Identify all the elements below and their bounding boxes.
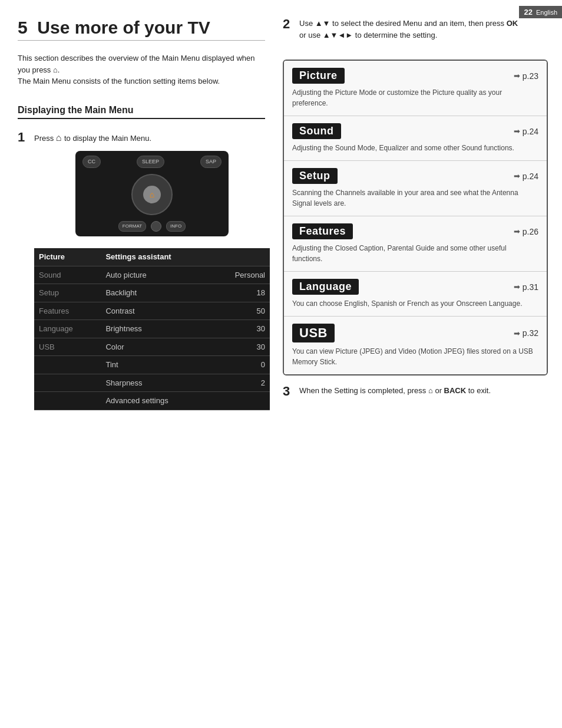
card-setup-title: Setup	[292, 168, 338, 184]
menu-row-language: Language Brightness 30	[34, 320, 270, 338]
card-picture-page: ➡ p.23	[514, 71, 538, 81]
card-usb-desc: You can view Picture (JPEG) and Video (M…	[292, 346, 538, 367]
card-picture-header: Picture ➡ p.23	[292, 68, 538, 84]
card-setup: Setup ➡ p.24 Scanning the Channels avail…	[284, 161, 547, 216]
step2-number: 2	[283, 18, 295, 31]
arrow-icon: ➡	[514, 282, 520, 291]
step1-number: 1	[18, 131, 29, 144]
menu-col-picture: Picture	[34, 248, 101, 266]
card-setup-header: Setup ➡ p.24	[292, 168, 538, 184]
card-sound-page: ➡ p.24	[514, 127, 538, 136]
menu-cards-container: Picture ➡ p.23 Adjusting the Picture Mod…	[283, 60, 548, 375]
remote-illustration: CC SLEEP SAP ⌂ FORMAT INFO	[75, 151, 229, 237]
card-features-title: Features	[292, 223, 353, 239]
menu-row-sound: Sound Auto picture Personal	[34, 266, 270, 284]
menu-row-usb: USB Color 30	[34, 338, 270, 356]
step3: 3 When the Setting is completed, press ⌂…	[283, 385, 548, 398]
home-icon-remote: ⌂	[150, 189, 154, 201]
card-picture-desc: Adjusting the Picture Mode or customize …	[292, 87, 538, 108]
card-sound-desc: Adjusting the Sound Mode, Equalizer and …	[292, 143, 538, 153]
card-usb-page: ➡ p.32	[514, 328, 538, 338]
card-features: Features ➡ p.26 Adjusting the Closed Cap…	[284, 216, 547, 272]
card-features-desc: Adjusting the Closed Caption, Parental G…	[292, 243, 538, 264]
arrow-icon: ➡	[514, 127, 520, 136]
page-language: English	[536, 9, 557, 16]
step3-content: When the Setting is completed, press ⌂ o…	[299, 385, 491, 397]
remote-bottom: FORMAT INFO	[118, 221, 186, 232]
page-number: 22	[524, 8, 532, 17]
chapter-title: 5 Use more of your TV	[18, 18, 265, 41]
sap-button: SAP	[200, 156, 222, 169]
menu-table: Picture Settings assistant Sound Auto pi…	[34, 248, 270, 410]
nav-center: ⌂	[143, 186, 161, 203]
left-column: 5 Use more of your TV This section descr…	[18, 18, 265, 420]
step2-header: 2 Use ▲▼ to select the desired Menu and …	[283, 18, 548, 50]
format-button: FORMAT	[118, 221, 146, 232]
sleep-button: SLEEP	[137, 156, 164, 169]
card-usb-title: USB	[292, 324, 335, 342]
card-picture: Picture ➡ p.23 Adjusting the Picture Mod…	[284, 61, 547, 116]
card-language: Language ➡ p.31 You can choose English, …	[284, 272, 547, 317]
card-sound: Sound ➡ p.24 Adjusting the Sound Mode, E…	[284, 116, 547, 161]
card-sound-header: Sound ➡ p.24	[292, 123, 538, 139]
card-usb-header: USB ➡ p.32	[292, 324, 538, 342]
step1-content: Press ⌂ to display the Main Menu. CC SLE…	[34, 131, 270, 410]
menu-header-row: Picture Settings assistant	[34, 248, 270, 266]
remote-center: ⌂	[131, 174, 173, 215]
card-picture-title: Picture	[292, 68, 345, 84]
arrow-icon: ➡	[514, 329, 520, 338]
intro-text: This section describes the overview of t…	[18, 52, 265, 87]
card-language-page: ➡ p.31	[514, 282, 538, 292]
menu-col-settings: Settings assistant	[101, 248, 220, 266]
info-button: INFO	[166, 221, 186, 232]
menu-row-advanced: Advanced settings	[34, 392, 270, 410]
arrow-icon: ➡	[514, 172, 520, 180]
step3-number: 3	[283, 385, 295, 398]
card-setup-desc: Scanning the Channels available in your …	[292, 187, 538, 209]
card-language-title: Language	[292, 279, 359, 295]
nav-ring: ⌂	[131, 174, 173, 215]
page-badge: 22 English	[519, 6, 562, 18]
menu-row-features: Features Contrast 50	[34, 302, 270, 320]
card-usb: USB ➡ p.32 You can view Picture (JPEG) a…	[284, 317, 547, 374]
step1: 1 Press ⌂ to display the Main Menu. CC S…	[18, 131, 265, 410]
arrow-icon: ➡	[514, 227, 520, 236]
card-language-header: Language ➡ p.31	[292, 279, 538, 295]
card-language-desc: You can choose English, Spanish or Frenc…	[292, 298, 538, 309]
menu-row-tint: Tint 0	[34, 356, 270, 374]
section-title: Displaying the Main Menu	[18, 105, 265, 119]
right-column: 2 Use ▲▼ to select the desired Menu and …	[283, 18, 548, 398]
step2-instruction: Use ▲▼ to select the desired Menu and an…	[299, 18, 518, 41]
arrow-icon: ➡	[514, 71, 520, 80]
menu-row-setup: Setup Backlight 18	[34, 284, 270, 302]
card-setup-page: ➡ p.24	[514, 172, 538, 181]
card-features-page: ➡ p.26	[514, 227, 538, 236]
home-icon-step1: ⌂	[56, 133, 64, 143]
menu-row-sharpness: Sharpness 2	[34, 374, 270, 392]
remote-small-btn	[151, 221, 161, 232]
card-features-header: Features ➡ p.26	[292, 223, 538, 239]
cc-button: CC	[82, 156, 101, 169]
card-sound-title: Sound	[292, 123, 341, 139]
